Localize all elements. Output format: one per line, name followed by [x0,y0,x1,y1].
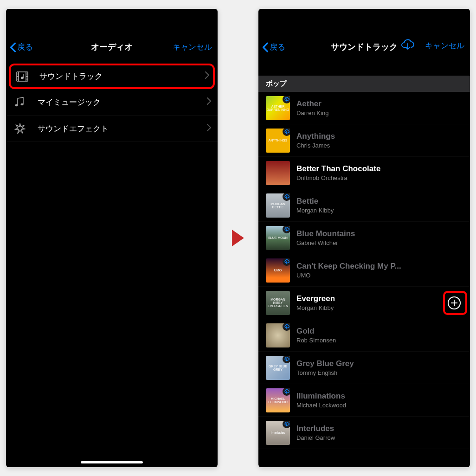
track-info: Better Than ChocolateDriftmob Orchestra [296,164,463,181]
track-title: Aether [296,99,463,109]
track-row[interactable]: MORGAN KIBBY EVERGREENEvergreenMorgan Ki… [258,287,470,319]
track-title: Gold [296,327,463,336]
svg-point-10 [15,104,18,106]
track-row[interactable]: UMOCan't Keep Checking My P...UMO [258,254,470,287]
track-info: AnythingsChris James [296,132,463,149]
track-artist: Michael Lockwood [296,402,463,409]
album-art: AETHER DARREN KING [266,96,290,120]
back-label: 戻る [17,42,33,52]
cloud-download-icon[interactable] [401,39,415,52]
track-artist: Chris James [296,142,463,149]
album-art: MICHAEL LOCKWOOD [266,388,290,412]
svg-point-9 [21,77,23,79]
arrow-right-icon [232,230,244,246]
cloud-badge-icon [283,96,290,103]
audio-menu-list: サウンドトラック マイミュージック サウンドエフェクト [6,64,218,142]
track-row[interactable]: MICHAEL LOCKWOODIlluminationsMichael Loc… [258,384,470,417]
track-title: Evergreen [296,294,445,303]
menu-item-label: マイミュージック [38,97,207,108]
svg-point-11 [21,103,24,105]
cloud-badge-icon [283,421,290,428]
nav-bar: 戻る オーディオ キャンセル [6,9,218,60]
section-header-pop: ポップ [258,76,470,92]
track-artist: Driftmob Orchestra [296,174,463,181]
track-row[interactable]: GoldRob Simonsen [258,319,470,352]
album-art [266,161,290,185]
cloud-badge-icon [283,129,290,136]
soundtrack-list-screen: 戻る サウンドトラック キャンセル ポップ AETHER DARREN KING… [258,9,470,467]
cancel-button[interactable]: キャンセル [425,40,464,51]
track-artist: Rob Simonsen [296,337,463,344]
cloud-badge-icon [283,356,290,363]
track-row[interactable]: GREY BLUE GREYGrey Blue GreyTommy Englis… [258,352,470,384]
track-row[interactable]: MORGAN BETTIEBettieMorgan Kibby [258,189,470,222]
track-row[interactable]: InterludesInterludesDaniel Garrow [258,417,470,449]
track-info: GoldRob Simonsen [296,327,463,344]
back-label: 戻る [270,42,285,52]
track-title: Illuminations [296,392,463,401]
track-artist: Darren King [296,109,463,116]
cloud-badge-icon [283,258,290,266]
menu-item-soundtrack[interactable]: サウンドトラック [9,64,215,89]
svg-marker-13 [232,230,244,246]
track-info: InterludesDaniel Garrow [296,424,463,441]
track-info: Grey Blue GreyTommy English [296,359,463,376]
cloud-badge-icon [283,226,290,233]
track-info: Can't Keep Checking My P...UMO [296,262,463,279]
menu-item-soundeffect[interactable]: サウンドエフェクト [6,116,218,142]
page-title: オーディオ [91,41,133,52]
album-art: ANYTHINGS [266,129,290,153]
menu-item-label: サウンドエフェクト [38,123,207,134]
add-track-button[interactable] [445,294,463,312]
track-row[interactable]: ANYTHINGSAnythingsChris James [258,124,470,157]
chevron-left-icon [10,42,16,52]
album-art: MORGAN KIBBY EVERGREEN [266,291,290,315]
cloud-badge-icon [283,323,290,331]
track-title: Grey Blue Grey [296,359,463,368]
album-art: GREY BLUE GREY [266,356,290,380]
track-info: AetherDarren King [296,99,463,116]
chevron-right-icon [207,97,211,107]
track-title: Blue Mountains [296,229,463,238]
chevron-right-icon [207,124,211,134]
album-art: BLUE MOUN [266,226,290,250]
music-note-icon [14,96,29,108]
track-row[interactable]: Better Than ChocolateDriftmob Orchestra [258,157,470,189]
menu-item-label: サウンドトラック [39,71,205,82]
track-title: Can't Keep Checking My P... [296,262,463,271]
track-title: Better Than Chocolate [296,164,463,174]
track-artist: Tommy English [296,369,463,376]
track-list[interactable]: AETHER DARREN KINGAetherDarren KingANYTH… [258,92,470,449]
nav-bar: 戻る サウンドトラック キャンセル [258,9,470,60]
chevron-right-icon [205,71,209,81]
track-title: Anythings [296,132,463,141]
track-info: Blue MountainsGabriel Witcher [296,229,463,246]
back-button[interactable]: 戻る [10,42,47,52]
menu-item-mymusic[interactable]: マイミュージック [6,89,218,116]
album-art: MORGAN BETTIE [266,193,290,218]
track-artist: Morgan Kibby [296,304,445,311]
cloud-badge-icon [283,193,290,201]
cloud-badge-icon [283,388,290,396]
album-art: UMO [266,258,290,283]
audio-menu-screen: 戻る オーディオ キャンセル サウンドトラック マイミュージック [6,9,218,467]
track-info: IlluminationsMichael Lockwood [296,392,463,409]
track-artist: UMO [296,272,463,279]
back-button[interactable]: 戻る [262,42,299,52]
home-indicator[interactable] [81,461,143,463]
track-info: EvergreenMorgan Kibby [296,294,445,311]
cancel-button[interactable]: キャンセル [173,42,212,52]
album-art [266,323,290,347]
film-music-icon [16,71,31,82]
svg-marker-12 [15,123,25,134]
track-artist: Morgan Kibby [296,207,463,214]
track-info: BettieMorgan Kibby [296,197,463,214]
track-row[interactable]: AETHER DARREN KINGAetherDarren King [258,92,470,124]
track-artist: Gabriel Witcher [296,239,463,246]
track-row[interactable]: BLUE MOUNBlue MountainsGabriel Witcher [258,222,470,254]
track-title: Bettie [296,197,463,206]
track-artist: Daniel Garrow [296,434,463,441]
album-art: Interludes [266,421,290,445]
track-title: Interludes [296,424,463,433]
burst-icon [14,123,29,134]
